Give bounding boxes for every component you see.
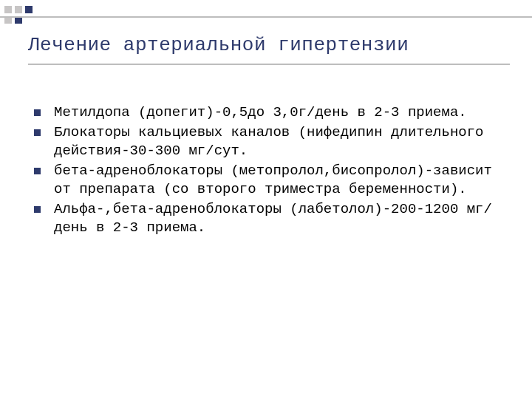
top-divider	[0, 16, 532, 18]
bullet-list: Метилдопа (допегит)-0,5до 3,0г/день в 2-…	[34, 103, 502, 239]
bullet-text: Метилдопа (допегит)-0,5до 3,0г/день в 2-…	[54, 103, 502, 122]
bullet-icon	[34, 109, 41, 116]
list-item: Метилдопа (допегит)-0,5до 3,0г/день в 2-…	[34, 103, 502, 122]
bullet-text: Альфа-,бета-адреноблокаторы (лабетолол)-…	[54, 200, 502, 237]
bullet-text: Блокаторы кальциевых каналов (нифедипин …	[54, 123, 502, 160]
list-item: Блокаторы кальциевых каналов (нифедипин …	[34, 123, 502, 160]
title-underline	[28, 64, 510, 65]
bullet-text: бета-адреноблокаторы (метопролол,бисопро…	[54, 162, 502, 199]
slide-title: Лечение артериальной гипертензии	[28, 34, 510, 56]
deco-square	[4, 6, 12, 13]
slide: Лечение артериальной гипертензии Метилдо…	[0, 0, 532, 399]
list-item: Альфа-,бета-адреноблокаторы (лабетолол)-…	[34, 200, 502, 237]
list-item: бета-адреноблокаторы (метопролол,бисопро…	[34, 162, 502, 199]
deco-square	[25, 6, 33, 13]
deco-square	[15, 6, 22, 13]
bullet-icon	[34, 129, 41, 136]
bullet-icon	[34, 206, 41, 213]
bullet-icon	[34, 168, 41, 174]
